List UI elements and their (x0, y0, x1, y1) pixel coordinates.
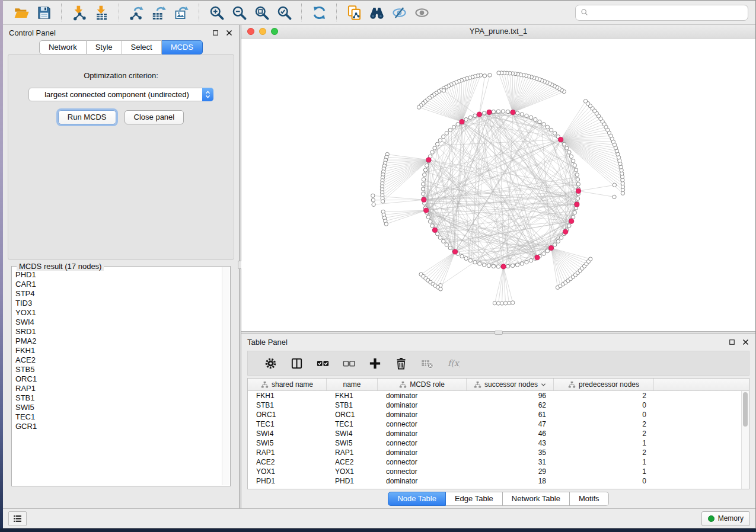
refresh-layout-button[interactable] (308, 2, 330, 23)
table-scrollbar-thumb[interactable] (743, 392, 748, 427)
tab-mcds[interactable]: MCDS (162, 40, 203, 55)
float-table-panel-icon[interactable] (728, 338, 736, 346)
dominator-node[interactable] (511, 110, 515, 115)
mcds-result-item[interactable]: TEC1 (12, 412, 222, 422)
zoom-fit-button[interactable] (250, 2, 273, 23)
table-row[interactable]: TEC1TEC1connector472 (248, 419, 749, 429)
dominator-node[interactable] (422, 197, 426, 202)
save-session-button[interactable] (33, 2, 55, 23)
export-image-button[interactable] (170, 2, 193, 23)
dominator-node[interactable] (487, 110, 492, 114)
mcds-result-item[interactable]: STB1 (12, 393, 222, 403)
table-row[interactable]: SWI5SWI5connector431 (248, 438, 749, 448)
table-row[interactable]: FKH1FKH1dominator962 (248, 391, 749, 400)
table-scrollbar[interactable] (741, 391, 749, 489)
mcds-result-item[interactable]: GCR1 (12, 422, 222, 431)
column-header-predecessor-nodes[interactable]: predecessor nodes (554, 379, 654, 390)
float-panel-icon[interactable] (212, 29, 219, 37)
table-row[interactable]: RAP1RAP1dominator352 (248, 448, 749, 457)
close-panel-icon[interactable] (225, 29, 233, 37)
mcds-result-item[interactable]: ORC1 (12, 374, 222, 384)
hide-selected-button[interactable] (388, 2, 410, 23)
horizontal-splitter-grip[interactable] (495, 331, 503, 335)
network-graph[interactable] (241, 39, 755, 331)
find-neighbors-button[interactable] (365, 2, 388, 23)
select-all-button[interactable] (310, 352, 336, 374)
column-header-mcds-role[interactable]: MCDS role (378, 379, 467, 390)
import-table-button[interactable] (90, 2, 113, 23)
clone-network-button[interactable] (343, 2, 365, 23)
dominator-node[interactable] (559, 137, 563, 142)
mcds-result-scrollbar[interactable] (222, 267, 229, 485)
tab-style[interactable]: Style (87, 40, 122, 55)
dominator-node[interactable] (452, 249, 457, 254)
memory-button[interactable]: Memory (701, 511, 750, 526)
search-input[interactable] (592, 8, 744, 17)
mcds-result-item[interactable]: RAP1 (12, 384, 222, 393)
open-file-button[interactable] (10, 2, 33, 23)
show-hidden-button[interactable] (410, 2, 433, 23)
dominator-node[interactable] (569, 219, 574, 223)
dominator-node[interactable] (477, 112, 481, 117)
table-row[interactable]: ACE2ACE2connector311 (248, 457, 749, 467)
table-row[interactable]: SWI4SWI4dominator462 (248, 429, 749, 438)
column-header-name[interactable]: name (327, 379, 378, 390)
table-row[interactable]: PHD1PHD1dominator180 (248, 476, 749, 486)
mcds-result-item[interactable]: SWI5 (12, 403, 222, 412)
zoom-selected-button[interactable] (273, 2, 295, 23)
import-network-button[interactable] (68, 2, 90, 23)
zoom-out-button[interactable] (228, 2, 250, 23)
zoom-in-button[interactable] (205, 2, 228, 23)
close-window-icon[interactable] (247, 28, 254, 35)
dominator-node[interactable] (460, 120, 464, 124)
minimize-window-icon[interactable] (259, 28, 266, 35)
dominator-node[interactable] (432, 227, 437, 232)
dominator-node[interactable] (424, 208, 429, 213)
table-row[interactable]: YOX1YOX1connector291 (248, 467, 749, 476)
export-network-button[interactable] (125, 2, 148, 23)
mcds-result-item[interactable]: FKH1 (12, 346, 222, 355)
maximize-window-icon[interactable] (271, 28, 278, 35)
export-table-button[interactable] (148, 2, 170, 23)
dominator-node[interactable] (549, 246, 554, 251)
mcds-result-item[interactable]: ACE2 (12, 355, 222, 365)
mcds-result-item[interactable]: PMA2 (12, 336, 222, 346)
deselect-all-button[interactable] (336, 352, 362, 374)
delete-column-button[interactable] (388, 352, 414, 374)
mcds-result-item[interactable]: TID3 (12, 299, 222, 308)
dominator-node[interactable] (535, 255, 540, 260)
optimization-criterion-select[interactable]: largest connected component (undirected) (28, 88, 213, 101)
status-menu-button[interactable] (8, 511, 27, 526)
table-mode-button[interactable] (257, 352, 283, 374)
dominator-node[interactable] (563, 229, 568, 234)
dominator-node[interactable] (426, 158, 431, 162)
show-columns-button[interactable] (283, 352, 310, 374)
tab-motifs[interactable]: Motifs (570, 492, 609, 506)
close-panel-button[interactable]: Close panel (125, 110, 184, 124)
mcds-result-item[interactable]: SWI4 (12, 318, 222, 327)
mcds-result-item[interactable]: CAR1 (12, 280, 222, 289)
network-canvas[interactable] (241, 39, 755, 331)
mcds-result-item[interactable]: YOX1 (12, 308, 222, 318)
run-mcds-button[interactable]: Run MCDS (58, 110, 116, 124)
add-column-button[interactable] (362, 352, 388, 374)
column-header-shared-name[interactable]: shared name (248, 379, 327, 390)
dominator-node[interactable] (575, 202, 579, 207)
table-cell: PHD1 (327, 476, 378, 486)
dominator-node[interactable] (501, 264, 506, 269)
tab-edge-table[interactable]: Edge Table (446, 492, 503, 506)
tab-select[interactable]: Select (122, 40, 162, 55)
dominator-node[interactable] (576, 188, 580, 193)
tab-network[interactable]: Network (39, 40, 87, 55)
table-row[interactable]: ORC1ORC1dominator610 (248, 410, 749, 419)
mcds-result-item[interactable]: STP4 (12, 289, 222, 299)
close-table-panel-icon[interactable] (742, 338, 749, 346)
mcds-result-item[interactable]: PHD1 (12, 270, 222, 280)
column-header-successor-nodes[interactable]: successor nodes (467, 379, 554, 390)
mcds-result-item[interactable]: SRD1 (12, 327, 222, 336)
table-row[interactable]: STB1STB1dominator620 (248, 400, 749, 410)
horizontal-splitter[interactable] (241, 331, 755, 334)
mcds-result-item[interactable]: STB5 (12, 365, 222, 374)
tab-node-table[interactable]: Node Table (388, 492, 446, 506)
tab-network-table[interactable]: Network Table (503, 492, 570, 506)
